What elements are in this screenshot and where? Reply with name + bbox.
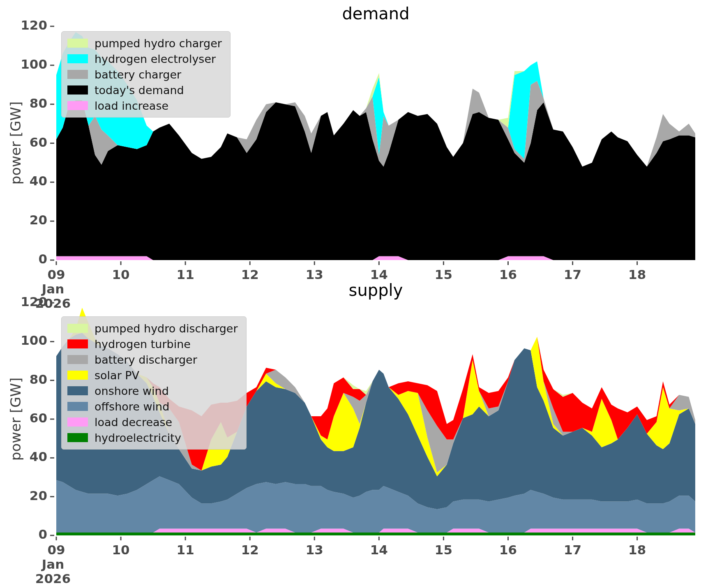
supply-y-axis-label: power [GW] <box>7 357 24 481</box>
hydrogen-turbine-swatch-icon <box>67 339 88 348</box>
legend-label: today's demand <box>95 84 184 97</box>
supply-chart-title: supply <box>56 281 695 300</box>
legend-label: hydroelectricity <box>95 431 181 444</box>
legend-item: battery charger <box>67 67 222 82</box>
legend-item: solar PV <box>67 368 238 383</box>
legend-item: hydrogen turbine <box>67 337 238 351</box>
legend-label: load decrease <box>95 416 172 429</box>
legend-label: load increase <box>95 99 168 112</box>
pumped-hydro-charger-swatch-icon <box>67 39 88 48</box>
today-s-demand-swatch-icon <box>67 85 88 95</box>
legend-label: battery charger <box>95 68 181 81</box>
legend-label: hydrogen electrolyser <box>95 53 216 65</box>
hydrogen-electrolyser-swatch-icon <box>67 54 88 63</box>
solar-pv-swatch-icon <box>67 371 88 380</box>
pumped-hydro-discharger-swatch-icon <box>67 324 88 333</box>
load-decrease-swatch-icon <box>67 417 88 427</box>
onshore-wind-swatch-icon <box>67 386 88 395</box>
legend-item: hydroelectricity <box>67 430 238 445</box>
demand-legend: pumped hydro chargerhydrogen electrolyse… <box>61 31 231 118</box>
load-increase-swatch-icon <box>67 101 88 110</box>
supply-legend: pumped hydro dischargerhydrogen turbineb… <box>61 316 247 450</box>
legend-item: load decrease <box>67 415 238 429</box>
demand-y-axis-label: power [GW] <box>7 81 24 205</box>
legend-item: today's demand <box>67 83 222 97</box>
legend-item: load increase <box>67 98 222 113</box>
legend-label: battery discharger <box>95 353 197 366</box>
legend-item: battery discharger <box>67 352 238 367</box>
legend-label: offshore wind <box>95 400 169 413</box>
battery-discharger-swatch-icon <box>67 355 88 364</box>
hydroelectricity-swatch-icon <box>67 433 88 442</box>
battery-charger-swatch-icon <box>67 70 88 79</box>
legend-item: pumped hydro discharger <box>67 321 238 336</box>
legend-item: hydrogen electrolyser <box>67 51 222 66</box>
legend-item: pumped hydro charger <box>67 36 222 51</box>
figure: demand supply power [GW] power [GW] pump… <box>0 0 701 588</box>
legend-label: hydrogen turbine <box>95 338 191 350</box>
legend-item: offshore wind <box>67 399 238 414</box>
legend-label: onshore wind <box>95 385 169 397</box>
demand-chart-title: demand <box>56 4 695 23</box>
offshore-wind-swatch-icon <box>67 402 88 411</box>
legend-item: onshore wind <box>67 383 238 398</box>
legend-label: pumped hydro discharger <box>95 322 238 335</box>
legend-label: pumped hydro charger <box>95 37 222 50</box>
legend-label: solar PV <box>95 369 139 382</box>
